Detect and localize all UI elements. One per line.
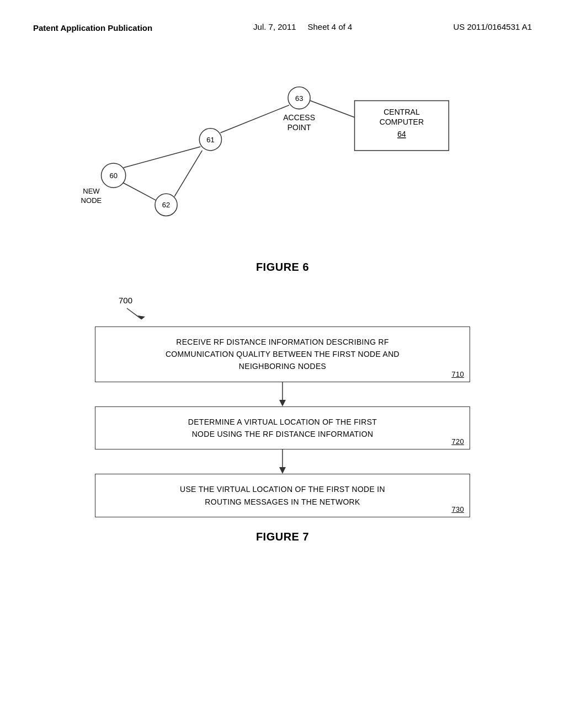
svg-line-18 bbox=[124, 146, 201, 167]
box710-number: 710 bbox=[451, 370, 464, 378]
connector-svg-2 bbox=[277, 449, 288, 474]
page-content: CENTRAL COMPUTER 64 63 ACCESS POINT 61 6… bbox=[0, 46, 565, 588]
box720-text: DETERMINE A VIRTUAL LOCATION OF THE FIRS… bbox=[106, 416, 459, 441]
figure6-label: FIGURE 6 bbox=[33, 261, 532, 274]
flow-box-720: DETERMINE A VIRTUAL LOCATION OF THE FIRS… bbox=[95, 406, 470, 450]
publication-label: Patent Application Publication bbox=[33, 22, 152, 35]
figure6-diagram: CENTRAL COMPUTER 64 63 ACCESS POINT 61 6… bbox=[33, 57, 532, 255]
svg-text:CENTRAL: CENTRAL bbox=[383, 107, 420, 116]
svg-line-20 bbox=[123, 183, 156, 200]
svg-line-21 bbox=[127, 308, 142, 319]
figure7-diagram: 700 RECEIVE RF DISTANCE INFORMATION DESC… bbox=[33, 296, 532, 518]
connector-710-720 bbox=[33, 382, 532, 406]
svg-line-11 bbox=[221, 105, 290, 132]
pub-date: Jul. 7, 2011 bbox=[253, 22, 296, 31]
svg-text:ACCESS: ACCESS bbox=[283, 113, 315, 121]
svg-text:63: 63 bbox=[295, 94, 303, 102]
date-sheet-info: Jul. 7, 2011 Sheet 4 of 4 bbox=[253, 22, 352, 31]
svg-text:60: 60 bbox=[109, 172, 118, 180]
svg-marker-24 bbox=[279, 400, 286, 406]
svg-line-6 bbox=[310, 100, 354, 117]
connector-svg-1 bbox=[277, 382, 288, 406]
svg-text:64: 64 bbox=[397, 129, 406, 138]
svg-text:62: 62 bbox=[162, 201, 170, 209]
svg-marker-26 bbox=[279, 467, 286, 474]
arrow-700-svg bbox=[124, 306, 152, 322]
page-header: Patent Application Publication Jul. 7, 2… bbox=[0, 0, 565, 46]
flow-box-730: USE THE VIRTUAL LOCATION OF THE FIRST NO… bbox=[95, 474, 470, 517]
svg-line-19 bbox=[174, 150, 202, 196]
flow-box-710: RECEIVE RF DISTANCE INFORMATION DESCRIBI… bbox=[95, 326, 470, 382]
ref-700: 700 bbox=[119, 296, 132, 305]
svg-text:61: 61 bbox=[206, 135, 215, 143]
connector-720-730 bbox=[33, 449, 532, 474]
figure6-svg: CENTRAL COMPUTER 64 63 ACCESS POINT 61 6… bbox=[33, 57, 532, 255]
patent-number: US 2011/0164531 A1 bbox=[453, 22, 532, 31]
box730-text: USE THE VIRTUAL LOCATION OF THE FIRST NO… bbox=[106, 483, 459, 508]
svg-text:COMPUTER: COMPUTER bbox=[380, 117, 424, 126]
svg-text:NODE: NODE bbox=[81, 196, 102, 205]
box720-number: 720 bbox=[451, 437, 464, 446]
box710-text: RECEIVE RF DISTANCE INFORMATION DESCRIBI… bbox=[106, 336, 459, 373]
sheet-info: Sheet 4 of 4 bbox=[308, 22, 353, 31]
svg-text:NEW: NEW bbox=[83, 187, 100, 195]
svg-text:POINT: POINT bbox=[287, 122, 311, 131]
box730-number: 730 bbox=[451, 505, 464, 513]
figure7-label: FIGURE 7 bbox=[33, 531, 532, 543]
